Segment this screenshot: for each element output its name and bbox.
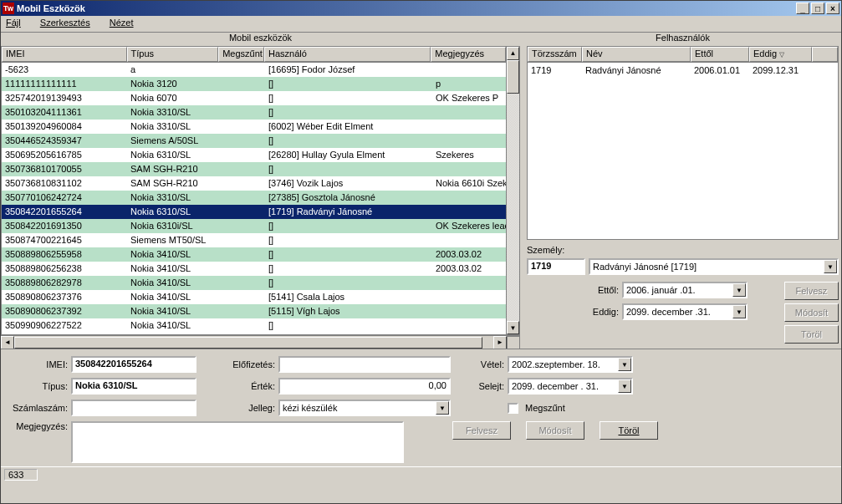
col-to[interactable]: Eddig▽ bbox=[749, 47, 812, 62]
cell-imei: 350874700221645 bbox=[2, 235, 127, 245]
cell-user: [] bbox=[265, 164, 432, 174]
table-row[interactable]: 11111111111111Nokia 3120[]p bbox=[2, 77, 519, 91]
col-user[interactable]: Használó bbox=[264, 47, 431, 62]
cell-imei: 350890806237392 bbox=[2, 306, 127, 316]
chevron-down-icon[interactable]: ▼ bbox=[732, 283, 746, 297]
chevron-down-icon[interactable]: ▼ bbox=[732, 305, 746, 318]
val-label: Érték: bbox=[200, 381, 275, 391]
menu-edit[interactable]: Szerkesztés bbox=[40, 18, 99, 28]
cell-imei: 350842201691350 bbox=[2, 221, 127, 231]
acct-field[interactable] bbox=[71, 400, 196, 416]
chevron-down-icon[interactable]: ▼ bbox=[824, 260, 837, 273]
from-date-field[interactable]: 2006. január .01. ▼ bbox=[622, 282, 748, 298]
table-row[interactable]: 350889806256238Nokia 3410/SL[]2003.03.02 bbox=[2, 262, 519, 276]
col-type[interactable]: Típus bbox=[127, 47, 219, 62]
table-row[interactable]: 350889806255958Nokia 3410/SL[]2003.03.02 bbox=[2, 247, 519, 262]
sort-desc-icon: ▽ bbox=[779, 51, 784, 59]
scroll-left-icon[interactable]: ◄ bbox=[1, 336, 14, 349]
col-blank bbox=[812, 47, 838, 62]
scroll-down-icon[interactable]: ▼ bbox=[507, 321, 519, 334]
imei-field[interactable]: 350842201655264 bbox=[71, 356, 196, 373]
val-field[interactable]: 0,00 bbox=[278, 378, 451, 395]
titlebar: Tw Mobil Eszközök _ □ × bbox=[1, 1, 841, 16]
content: Mobil eszközök IMEI Típus Megszűnt Haszn… bbox=[1, 33, 841, 503]
sub-field[interactable] bbox=[278, 356, 451, 373]
minimize-button[interactable]: _ bbox=[796, 3, 809, 14]
to-date-field[interactable]: 2099. december .31. ▼ bbox=[622, 303, 748, 320]
cell-type: Nokia 3410/SL bbox=[127, 277, 219, 288]
cell-note: 2003.03.02 bbox=[432, 263, 508, 273]
cell-imei: 350695205616785 bbox=[2, 150, 127, 160]
col-from[interactable]: Ettől bbox=[691, 47, 749, 62]
table-row[interactable]: 350889806282978Nokia 3410/SL[] bbox=[2, 276, 519, 290]
menu-view[interactable]: Nézet bbox=[110, 18, 142, 28]
maximize-button[interactable]: □ bbox=[811, 3, 824, 14]
col-name[interactable]: Név bbox=[582, 47, 691, 62]
person-id-field[interactable]: 1719 bbox=[527, 258, 585, 275]
cell-name: Radványi Jánosné bbox=[582, 65, 691, 75]
table-row[interactable]: 1719Radványi Jánosné2006.01.012099.12.31 bbox=[528, 63, 838, 77]
imei-label: IMEI: bbox=[9, 359, 68, 369]
table-row[interactable]: 350990906227522Nokia 3410/SL[] bbox=[2, 318, 519, 333]
left-pane-title: Mobil eszközök bbox=[1, 33, 520, 46]
window: Tw Mobil Eszközök _ □ × Fájl Szerkesztés… bbox=[0, 0, 842, 504]
cell-type: Nokia 3410/SL bbox=[127, 263, 219, 273]
table-row[interactable]: 350139204960084Nokia 3310/SL[6002] Wéber… bbox=[2, 120, 519, 134]
menu-file[interactable]: Fájl bbox=[6, 18, 29, 28]
chevron-down-icon[interactable]: ▼ bbox=[618, 379, 631, 393]
col-id[interactable]: Törzsszám bbox=[528, 47, 582, 62]
chevron-down-icon[interactable]: ▼ bbox=[436, 401, 449, 415]
scroll-up-icon[interactable]: ▲ bbox=[507, 47, 519, 60]
detail-add-button[interactable]: Felvesz bbox=[452, 421, 511, 440]
disc-checkbox[interactable] bbox=[508, 403, 518, 414]
devices-grid[interactable]: IMEI Típus Megszűnt Használó Megjegyzés … bbox=[1, 46, 520, 335]
buy-date-field[interactable]: 2002.szeptember. 18. ▼ bbox=[508, 356, 633, 373]
devices-vscroll[interactable]: ▲ ▼ bbox=[506, 47, 519, 334]
table-row[interactable]: 350890806237392Nokia 3410/SL[5115] Vígh … bbox=[2, 304, 519, 318]
detail-modify-button[interactable]: Módosít bbox=[526, 421, 584, 440]
person-name-dropdown[interactable]: Radványi Jánosné [1719] ▼ bbox=[589, 258, 839, 275]
table-row[interactable]: 350736810170055SAM SGH-R210[] bbox=[2, 162, 519, 176]
table-row[interactable]: 350770106242724Nokia 3310/SL[27385] Gosz… bbox=[2, 191, 519, 205]
acct-label: Számlaszám: bbox=[9, 403, 68, 413]
scroll-right-icon[interactable]: ► bbox=[493, 336, 507, 349]
cell-imei: 350139204960084 bbox=[2, 121, 127, 131]
cell-type: Nokia 6310/SL bbox=[127, 150, 219, 160]
close-button[interactable]: × bbox=[826, 3, 839, 14]
user-form: Személy: 1719 Radványi Jánosné [1719] ▼ … bbox=[527, 245, 839, 344]
scroll-thumb[interactable] bbox=[507, 60, 519, 94]
col-imei[interactable]: IMEI bbox=[2, 47, 127, 62]
col-disc[interactable]: Megszűnt bbox=[218, 47, 264, 62]
buy-date-value: 2002.szeptember. 18. bbox=[509, 358, 618, 371]
chevron-down-icon[interactable]: ▼ bbox=[618, 358, 631, 371]
scrap-date-field[interactable]: 2099. december . 31. ▼ bbox=[508, 378, 633, 395]
user-delete-button[interactable]: Töröl bbox=[784, 325, 839, 344]
table-row[interactable]: -5623a[16695] Fodor József bbox=[2, 63, 519, 77]
cell-type: SAM SGH-R210 bbox=[127, 178, 219, 188]
devices-grid-body[interactable]: -5623a[16695] Fodor József11111111111111… bbox=[2, 63, 519, 334]
table-row[interactable]: 350874700221645Siemens MT50/SL[] bbox=[2, 233, 519, 247]
table-row[interactable]: 350446524359347Siemens A/50SL[] bbox=[2, 134, 519, 148]
devices-hscroll[interactable]: ◄ ► bbox=[1, 335, 520, 349]
detail-delete-button[interactable]: Töröl bbox=[600, 421, 658, 440]
table-row[interactable]: 350695205616785Nokia 6310/SL[26280] Hull… bbox=[2, 148, 519, 162]
type-field[interactable]: Nokia 6310/SL bbox=[71, 378, 196, 395]
user-modify-button[interactable]: Módosít bbox=[784, 303, 839, 322]
table-row[interactable]: 350842201691350Nokia 6310i/SL[]OK Szeker… bbox=[2, 219, 519, 233]
cell-note: Nokia 6610i Szekeres bbox=[432, 178, 508, 188]
table-row[interactable]: 350103204111361Nokia 3310/SL[] bbox=[2, 105, 519, 120]
kind-dropdown[interactable]: kézi készülék ▼ bbox=[278, 400, 451, 416]
user-add-button[interactable]: Felvesz bbox=[784, 282, 839, 300]
col-note[interactable]: Megjegyzés bbox=[431, 47, 506, 62]
note-field[interactable] bbox=[71, 421, 404, 463]
table-row[interactable]: 350890806237376Nokia 3410/SL[5141] Csala… bbox=[2, 290, 519, 304]
table-row[interactable]: 350736810831102SAM SGH-R210[3746] Vozik … bbox=[2, 176, 519, 191]
table-row[interactable]: 325742019139493Nokia 6070[]OK Szekeres P bbox=[2, 91, 519, 105]
cell-note: 2003.03.02 bbox=[432, 249, 508, 259]
cell-imei: 350770106242724 bbox=[2, 192, 127, 202]
users-grid[interactable]: Törzsszám Név Ettől Eddig▽ 1719Radványi … bbox=[527, 46, 839, 240]
right-pane: Felhasználók Törzsszám Név Ettől Eddig▽ … bbox=[527, 33, 839, 349]
hscroll-thumb[interactable] bbox=[14, 337, 482, 349]
table-row[interactable]: 350842201655264Nokia 6310/SL[1719] Radvá… bbox=[2, 205, 519, 219]
users-grid-body[interactable]: 1719Radványi Jánosné2006.01.012099.12.31 bbox=[528, 63, 838, 239]
